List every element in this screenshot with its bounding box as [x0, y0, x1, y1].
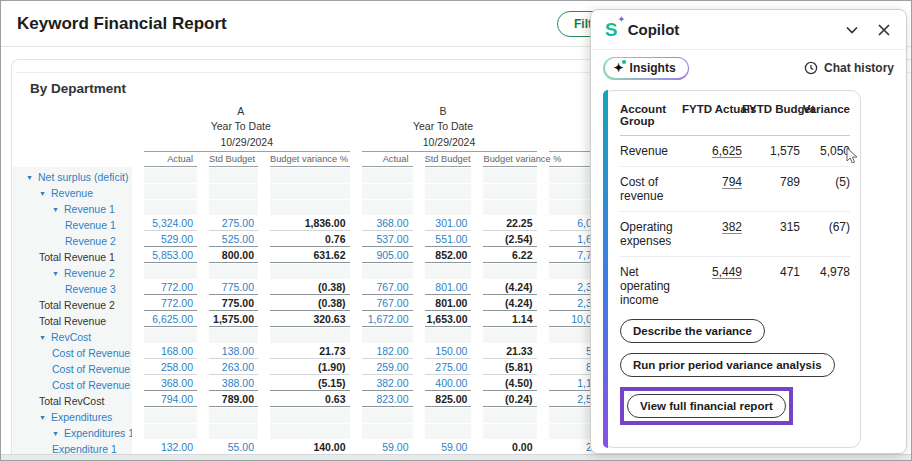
cell-value[interactable]: 801.00 [425, 280, 472, 295]
cell-value[interactable]: 551.00 [425, 232, 472, 247]
copilot-logo-icon: S✦ [605, 19, 618, 41]
cell-value[interactable]: 168.00 [144, 344, 197, 359]
cell-value[interactable]: 5,853.00 [144, 248, 197, 263]
suggestion-button[interactable]: View full financial report [627, 394, 786, 418]
empty-cell [483, 408, 536, 423]
ai-actuals-link[interactable]: 794 [722, 175, 742, 189]
collapse-triangle-icon[interactable]: ▼ [52, 206, 64, 213]
empty-cell [144, 264, 197, 279]
cell-value[interactable]: 823.00 [362, 392, 413, 407]
cell-value[interactable]: 138.00 [209, 344, 258, 359]
row-label[interactable]: Cost of Revenue 2 [12, 359, 132, 375]
cell-value[interactable]: 772.00 [144, 280, 197, 295]
cell-value[interactable]: 275.00 [209, 216, 258, 231]
empty-cell [209, 264, 258, 279]
cell-value[interactable]: 5,324.00 [144, 216, 197, 231]
close-icon[interactable] [876, 22, 892, 38]
cell-value[interactable]: 132.00 [144, 440, 197, 455]
insights-button[interactable]: ✦ Insights [603, 57, 689, 80]
table-row: Revenue 3772.00775.00(0.38)767.00801.00(… [12, 279, 622, 295]
suggestion-button[interactable]: Describe the variance [620, 319, 765, 343]
row-label[interactable]: ▼Expenditures 1 [12, 423, 132, 439]
row-label[interactable]: Revenue 1 [12, 215, 132, 231]
collapse-triangle-icon[interactable]: ▼ [39, 334, 51, 341]
row-label[interactable]: ▼Revenue [12, 183, 132, 199]
cell-value[interactable]: 905.00 [362, 248, 413, 263]
ai-actuals-link[interactable]: 382 [722, 220, 742, 234]
cell-value[interactable]: 258.00 [144, 360, 197, 375]
row-label[interactable]: ▼Revenue 2 [12, 263, 132, 279]
collapse-triangle-icon[interactable]: ▼ [52, 430, 64, 437]
ai-account-group: Revenue [620, 136, 682, 167]
cell-value[interactable]: 400.00 [425, 376, 472, 391]
header-spacer [12, 104, 132, 119]
row-label[interactable]: ▼Net surplus (deficit) [12, 167, 132, 183]
empty-cell [270, 264, 350, 279]
column-group-a-period: Year To Date [132, 119, 350, 134]
cell-value: 0.00 [483, 440, 536, 455]
variance-summary-table: Account Group FYTD Actuals FYTD Budget V… [620, 97, 850, 315]
cell-value[interactable]: 794.00 [144, 392, 197, 407]
ai-actuals-link[interactable]: 5,449 [712, 265, 742, 279]
header-spacer [12, 134, 132, 152]
empty-cell [209, 184, 258, 199]
cell-value[interactable]: 767.00 [362, 296, 413, 311]
cell-value[interactable]: 525.00 [209, 232, 258, 247]
app-window: Keyword Financial Report Filter By Depar… [0, 0, 912, 461]
empty-cell [425, 264, 472, 279]
cell-value[interactable]: 263.00 [209, 360, 258, 375]
cell-value[interactable]: 275.00 [425, 360, 472, 375]
cell-value[interactable]: 388.00 [209, 376, 258, 391]
cell-value[interactable]: 529.00 [144, 232, 197, 247]
row-label[interactable]: Revenue 3 [12, 279, 132, 295]
empty-cell [209, 328, 258, 343]
row-label[interactable]: ▼Expenditures [12, 407, 132, 423]
cell-value[interactable]: 59.00 [425, 440, 472, 455]
empty-cell [209, 200, 258, 215]
empty-cell [362, 200, 413, 215]
row-label[interactable]: Cost of Revenue 1 [12, 343, 132, 359]
row-label[interactable]: Expenditure 1 [12, 439, 132, 455]
cell-value[interactable]: 182.00 [362, 344, 413, 359]
row-label[interactable]: Cost of Revenue 3 [12, 375, 132, 391]
cell-value: 825.00 [425, 392, 472, 407]
cell-value[interactable]: 368.00 [144, 376, 197, 391]
row-label[interactable]: ▼Revenue 1 [12, 199, 132, 215]
chevron-down-icon[interactable] [844, 22, 860, 38]
cell-value[interactable]: 259.00 [362, 360, 413, 375]
collapse-triangle-icon[interactable]: ▼ [52, 270, 64, 277]
ai-table-row: Operating expenses382315(67) [620, 212, 850, 257]
table-row: ▼Expenditures [12, 407, 622, 423]
table-row: Cost of Revenue 1168.00138.0021.73182.00… [12, 343, 622, 359]
cell-value[interactable]: 6,625.00 [144, 312, 197, 327]
row-label[interactable]: ▼RevCost [12, 327, 132, 343]
cell-value[interactable]: 537.00 [362, 232, 413, 247]
collapse-triangle-icon[interactable]: ▼ [39, 190, 51, 197]
cell-value[interactable]: 150.00 [425, 344, 472, 359]
cell-value[interactable]: 59.00 [362, 440, 413, 455]
column-header-std-budget: Std Budget [413, 152, 472, 167]
row-label-text: Total Revenue 2 [39, 299, 115, 311]
chat-history-button[interactable]: Chat history [804, 61, 894, 75]
ai-budget-value: 315 [742, 212, 800, 257]
table-row: Expenditure 1132.0055.00140.0059.0059.00… [12, 439, 622, 455]
collapse-triangle-icon[interactable]: ▼ [26, 174, 38, 181]
collapse-triangle-icon[interactable]: ▼ [39, 414, 51, 421]
cell-value[interactable]: 775.00 [209, 280, 258, 295]
row-label[interactable]: Revenue 2 [12, 231, 132, 247]
empty-cell [144, 200, 197, 215]
ai-variance-value: 4,978 [800, 257, 850, 316]
cell-value[interactable]: 301.00 [425, 216, 472, 231]
empty-cell [362, 184, 413, 199]
suggestion-button[interactable]: Run prior period variance analysis [620, 353, 835, 377]
cell-value: 140.00 [270, 440, 350, 455]
cell-value[interactable]: 767.00 [362, 280, 413, 295]
cell-value[interactable]: 368.00 [362, 216, 413, 231]
cell-value[interactable]: 55.00 [209, 440, 258, 455]
cell-value[interactable]: 772.00 [144, 296, 197, 311]
cell-value[interactable]: 1,672.00 [362, 312, 413, 327]
cell-value[interactable]: 382.00 [362, 376, 413, 391]
insights-card: Account Group FYTD Actuals FYTD Budget V… [603, 90, 861, 448]
ai-actuals-link[interactable]: 6,625 [712, 144, 742, 158]
copilot-toolbar: ✦ Insights Chat history [591, 50, 906, 86]
